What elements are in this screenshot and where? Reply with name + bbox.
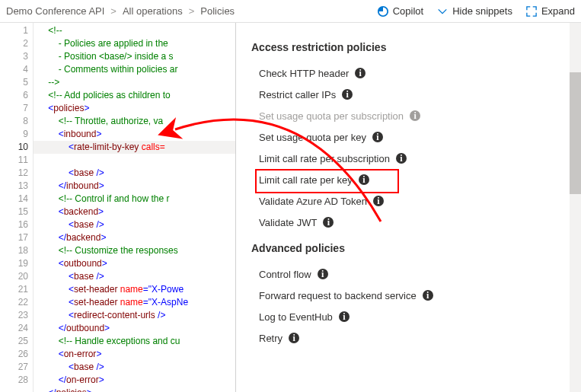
code-line[interactable]: <rate-limit-by-key calls= (34, 141, 235, 154)
hide-snippets-button[interactable]: Hide snippets (437, 5, 512, 17)
info-icon[interactable]: i (372, 132, 383, 142)
info-icon[interactable]: i (423, 290, 433, 301)
policy-label: Limit call rate per key (259, 174, 353, 186)
hide-snippets-label: Hide snippets (452, 5, 512, 17)
line-number: 19 (0, 257, 28, 270)
breadcrumb-api[interactable]: Demo Conference API (6, 5, 104, 17)
line-number: 5 (0, 76, 28, 89)
group-advanced: Control flowiForward request to backend … (251, 263, 554, 349)
line-number: 23 (0, 309, 28, 322)
breadcrumb-sep: > (187, 5, 196, 17)
policy-label: Validate JWT (259, 217, 317, 228)
policy-label: Check HTTP header (259, 68, 349, 79)
copilot-label: Copilot (393, 5, 423, 17)
info-icon[interactable]: i (410, 110, 420, 121)
code-line[interactable]: - Position <base/> inside a s (38, 51, 173, 62)
policy-label: Forward request to backend service (259, 290, 417, 301)
line-number: 3 (0, 50, 28, 63)
code-line[interactable]: <!-- (38, 25, 62, 36)
line-number: 21 (0, 283, 28, 296)
code-line[interactable]: <base /> (38, 167, 104, 178)
policy-label: Limit call rate per subscription (259, 153, 390, 164)
copilot-button[interactable]: Copilot (378, 5, 423, 17)
line-number: 26 (0, 348, 28, 361)
info-icon[interactable]: i (359, 174, 369, 185)
code-line[interactable]: <base /> (38, 219, 104, 230)
info-icon[interactable]: i (289, 333, 299, 343)
policy-item[interactable]: Restrict caller IPsi (251, 84, 554, 105)
line-number: 28 (0, 374, 28, 387)
code-line[interactable]: </inbound> (38, 180, 104, 191)
policy-item[interactable]: Control flowi (251, 263, 554, 285)
code-line[interactable]: <outbound> (38, 258, 107, 269)
line-number: 11 (0, 154, 28, 167)
code-line[interactable]: <redirect-content-urls /> (38, 310, 165, 320)
code-line[interactable]: <!-- Customize the responses (38, 245, 178, 256)
line-number: 2 (0, 37, 28, 50)
line-number: 16 (0, 218, 28, 231)
info-icon[interactable]: i (396, 153, 407, 164)
line-number: 17 (0, 231, 28, 244)
code-line[interactable]: <!-- Throttle, authorize, va (38, 116, 163, 126)
chevron-down-icon (437, 6, 448, 17)
policy-item[interactable]: Set usage quota per keyi (251, 126, 554, 148)
policy-item[interactable]: Check HTTP headeri (251, 62, 554, 84)
line-number: 12 (0, 167, 28, 180)
policy-item: Set usage quota per subscriptioni (251, 105, 554, 126)
line-number: 10 (0, 141, 28, 154)
code-line[interactable]: </on-error> (38, 374, 104, 385)
expand-button[interactable]: Expand (526, 5, 575, 17)
policy-item[interactable]: Limit call rate per subscriptioni (251, 148, 554, 169)
line-number: 1 (0, 24, 28, 37)
code-content[interactable]: <!-- - Policies are applied in the - Pos… (34, 23, 235, 392)
code-line[interactable]: <inbound> (38, 129, 101, 139)
code-line[interactable]: <backend> (38, 206, 104, 217)
policy-item[interactable]: Forward request to backend servicei (251, 285, 554, 306)
code-line[interactable]: <policies> (38, 103, 89, 113)
info-icon[interactable]: i (355, 68, 366, 78)
breadcrumb-sep: > (109, 5, 118, 17)
info-icon[interactable]: i (342, 89, 353, 100)
breadcrumb-operations[interactable]: All operations (123, 5, 183, 17)
code-line[interactable]: </policies> (38, 387, 92, 392)
info-icon[interactable]: i (318, 269, 328, 279)
code-line[interactable]: - Comments within policies ar (38, 64, 177, 75)
breadcrumb: Demo Conference API > All operations > P… (6, 5, 235, 17)
policy-item[interactable]: Retryi (251, 327, 554, 349)
line-number: 20 (0, 270, 28, 283)
code-line[interactable]: <!-- Handle exceptions and cu (38, 336, 180, 346)
policy-item[interactable]: Log to EventHubi (251, 306, 554, 327)
group-access-restriction-title: Access restriction policies (251, 41, 554, 53)
code-editor[interactable]: 1234567891011121314151617181920212223242… (0, 23, 236, 392)
code-line[interactable]: <set-header name="X-AspNe (38, 297, 188, 308)
code-line[interactable]: <set-header name="X-Powe (38, 284, 184, 295)
line-number: 22 (0, 296, 28, 309)
copilot-icon (378, 6, 388, 17)
scrollbar-thumb[interactable] (570, 72, 581, 194)
policy-label: Restrict caller IPs (259, 89, 336, 100)
code-line[interactable]: </outbound> (38, 323, 110, 333)
breadcrumb-policies[interactable]: Policies (200, 5, 235, 17)
line-number: 14 (0, 193, 28, 206)
policy-label: Set usage quota per key (259, 132, 366, 143)
info-icon[interactable]: i (373, 196, 384, 206)
policy-item[interactable]: Validate Azure AD Tokeni (251, 190, 554, 212)
code-line[interactable]: <base /> (38, 271, 104, 282)
info-icon[interactable]: i (339, 311, 350, 322)
policy-item[interactable]: Limit call rate per keyi (251, 169, 554, 190)
info-icon[interactable]: i (323, 217, 334, 228)
code-line[interactable]: --> (38, 77, 59, 88)
code-line[interactable]: <!-- Control if and how the r (38, 193, 169, 204)
expand-icon (526, 6, 537, 17)
code-line[interactable]: - Policies are applied in the (38, 38, 168, 49)
code-line[interactable]: <base /> (38, 362, 104, 372)
policy-label: Validate Azure AD Token (259, 196, 367, 207)
policy-item[interactable]: Validate JWTi (251, 212, 554, 233)
expand-label: Expand (541, 5, 575, 17)
code-line[interactable]: <on-error> (38, 349, 101, 359)
line-number: 25 (0, 335, 28, 348)
code-line[interactable]: </backend> (38, 232, 106, 243)
line-number: 9 (0, 128, 28, 141)
group-access-restriction: Check HTTP headeriRestrict caller IPsiSe… (251, 62, 554, 233)
code-line[interactable]: <!-- Add policies as children to (38, 90, 171, 100)
